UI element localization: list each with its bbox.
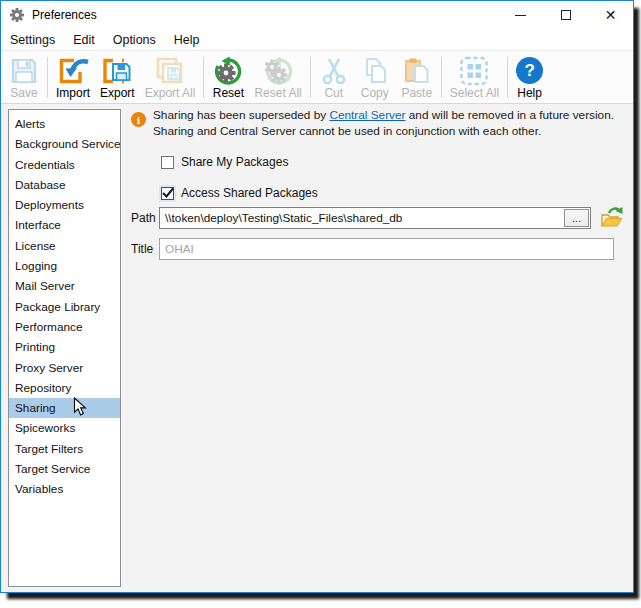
sidebar-item-credentials[interactable]: Credentials — [9, 155, 120, 175]
access-shared-packages-label: Access Shared Packages — [181, 186, 318, 200]
close-button[interactable]: ✕ — [588, 1, 633, 29]
title-label: Title — [131, 242, 159, 256]
export-all-button[interactable]: Export All — [140, 53, 201, 102]
notice-text-before: Sharing has been superseded by — [153, 108, 329, 122]
sidebar-item-proxy-server[interactable]: Proxy Server — [9, 358, 120, 378]
mouse-cursor — [73, 397, 87, 421]
toolbar-separator — [203, 57, 204, 98]
notice-line2: Sharing and Central Server cannot be use… — [153, 124, 637, 140]
minimize-button[interactable] — [498, 1, 543, 29]
export-icon — [100, 55, 134, 86]
select-all-button[interactable]: Select All — [445, 53, 504, 102]
sidebar-item-background-service[interactable]: Background Service — [9, 134, 120, 154]
save-icon — [9, 55, 39, 86]
sidebar-item-interface[interactable]: Interface — [9, 215, 120, 235]
cut-icon — [319, 55, 349, 86]
title-field-row: Title — [131, 238, 614, 260]
export-all-icon — [152, 55, 188, 86]
reset-all-icon — [261, 55, 295, 86]
toolbar-separator — [441, 57, 442, 98]
help-icon: ? — [516, 55, 543, 86]
menu-help[interactable]: Help — [165, 29, 209, 50]
path-field-row: Path ... — [131, 206, 623, 230]
toolbar-separator — [47, 57, 48, 98]
sidebar-item-printing[interactable]: Printing — [9, 337, 120, 357]
deprecation-notice: Sharing has been superseded by Central S… — [153, 108, 637, 139]
toolbar: Save Import Export — [1, 51, 633, 104]
reset-icon — [212, 55, 244, 86]
sidebar-item-alerts[interactable]: Alerts — [9, 114, 120, 134]
path-label: Path — [131, 211, 159, 225]
save-button[interactable]: Save — [4, 53, 44, 102]
sidebar-item-sharing[interactable]: Sharing — [9, 398, 120, 418]
sidebar-item-mail-server[interactable]: Mail Server — [9, 276, 120, 296]
title-input[interactable] — [159, 238, 614, 260]
close-icon: ✕ — [605, 8, 617, 22]
reset-all-button[interactable]: Reset All — [249, 53, 306, 102]
paste-button[interactable]: Paste — [396, 53, 438, 102]
sidebar-item-spiceworks[interactable]: Spiceworks — [9, 418, 120, 438]
sidebar-item-package-library[interactable]: Package Library — [9, 297, 120, 317]
sidebar-item-logging[interactable]: Logging — [9, 256, 120, 276]
title-bar: Preferences ✕ — [1, 1, 633, 29]
access-shared-packages-row: Access Shared Packages — [161, 186, 318, 200]
copy-icon — [359, 55, 391, 86]
notice-text-after: and will be removed in a future version. — [406, 108, 615, 122]
minimize-icon — [515, 15, 526, 16]
preferences-window: Preferences ✕ Settings Edit Options Help… — [0, 0, 634, 593]
toolbar-separator — [507, 57, 508, 98]
sidebar-item-database[interactable]: Database — [9, 175, 120, 195]
select-all-icon — [457, 55, 491, 86]
gear-app-icon — [10, 8, 24, 22]
browse-button[interactable]: ... — [564, 209, 589, 227]
cut-button[interactable]: Cut — [314, 53, 354, 102]
sidebar-item-target-service[interactable]: Target Service — [9, 459, 120, 479]
menu-options[interactable]: Options — [104, 29, 165, 50]
central-server-link[interactable]: Central Server — [329, 108, 405, 122]
copy-button[interactable]: Copy — [354, 53, 396, 102]
window-title: Preferences — [32, 8, 97, 22]
sidebar-item-target-filters[interactable]: Target Filters — [9, 439, 120, 459]
sidebar-item-variables[interactable]: Variables — [9, 479, 120, 499]
menu-settings[interactable]: Settings — [1, 29, 64, 50]
access-shared-packages-checkbox[interactable] — [161, 187, 174, 200]
open-folder-button[interactable] — [599, 206, 623, 230]
toolbar-separator — [310, 57, 311, 98]
menu-bar: Settings Edit Options Help — [1, 29, 633, 51]
help-button[interactable]: ? Help — [511, 53, 548, 102]
share-my-packages-row: Share My Packages — [161, 155, 288, 169]
import-icon — [56, 55, 90, 86]
info-icon: i — [131, 112, 146, 127]
reset-button[interactable]: Reset — [207, 53, 249, 102]
menu-edit[interactable]: Edit — [64, 29, 104, 50]
preferences-category-list: Alerts Background Service Credentials Da… — [8, 109, 121, 587]
sidebar-item-license[interactable]: License — [9, 236, 120, 256]
maximize-icon — [561, 10, 571, 20]
maximize-button[interactable] — [543, 1, 588, 29]
sidebar-item-deployments[interactable]: Deployments — [9, 195, 120, 215]
share-my-packages-checkbox[interactable] — [161, 156, 174, 169]
open-folder-icon — [599, 206, 623, 230]
sidebar-item-performance[interactable]: Performance — [9, 317, 120, 337]
path-input[interactable] — [159, 207, 591, 229]
import-button[interactable]: Import — [51, 53, 95, 102]
sidebar-item-repository[interactable]: Repository — [9, 378, 120, 398]
share-my-packages-label: Share My Packages — [181, 155, 288, 169]
export-button[interactable]: Export — [95, 53, 140, 102]
paste-icon — [401, 55, 433, 86]
